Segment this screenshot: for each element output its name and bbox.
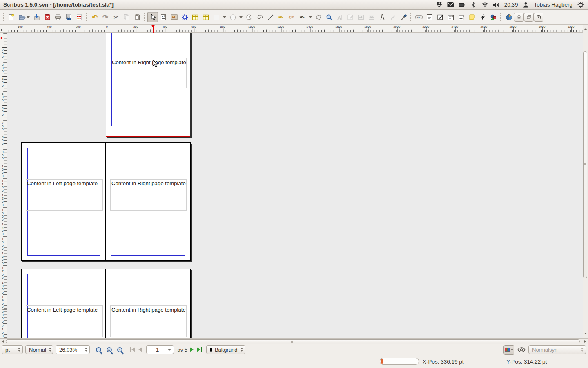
insert-table-button[interactable] <box>190 12 200 22</box>
insert-arc-button[interactable] <box>244 12 254 22</box>
next-page-button[interactable] <box>190 347 194 352</box>
pdf-push-button-tool[interactable]: ok <box>414 12 424 22</box>
text-frame[interactable]: Content in Right page template <box>110 305 187 337</box>
user-icon[interactable] <box>522 1 529 8</box>
scroll-up-button[interactable] <box>584 25 588 33</box>
window-restore-button[interactable] <box>524 13 534 22</box>
mail-icon[interactable] <box>447 1 454 8</box>
previous-page-button[interactable] <box>138 347 142 352</box>
clock[interactable]: 20.39 <box>504 2 518 8</box>
link-text-frames-button[interactable] <box>356 12 366 22</box>
toolbar-handle[interactable] <box>86 13 88 21</box>
page-1-active[interactable]: Content in Right page template <box>106 33 190 137</box>
preview-mode-eye-icon[interactable] <box>517 347 526 352</box>
page-5-right[interactable]: Content in Right page template <box>106 269 190 338</box>
spinner-arrows[interactable] <box>85 348 87 352</box>
cut-button[interactable]: ✂ <box>111 12 121 22</box>
zoom-level-spinbox[interactable]: 26,03% <box>56 345 90 354</box>
document-canvas[interactable]: Content in Right page template Content i… <box>7 33 583 338</box>
unlink-text-frames-button[interactable] <box>366 12 377 22</box>
insert-line-button[interactable] <box>265 12 276 22</box>
page-spread-2-3[interactable]: Content in Left page template Content in… <box>21 142 191 261</box>
insert-calligraphic-line-button[interactable]: ✒ <box>297 12 307 22</box>
insert-freehand-line-button[interactable]: ✏ <box>286 12 297 22</box>
copy-button[interactable] <box>121 12 132 22</box>
preflight-verifier-button[interactable] <box>63 12 74 22</box>
battery-icon[interactable] <box>459 1 466 8</box>
layer-select[interactable]: Bakgrund <box>206 345 245 354</box>
horizontal-ruler[interactable]: -600-400-2000200400600800100012001400160… <box>7 25 583 33</box>
session-gear-icon[interactable] <box>577 1 584 8</box>
horizontal-scroll-thumb[interactable] <box>6 339 580 343</box>
wifi-icon[interactable] <box>481 1 488 8</box>
zoom-out-button[interactable]: − <box>93 344 104 355</box>
select-item-button[interactable] <box>147 12 158 22</box>
toolbar-handle[interactable] <box>3 13 4 21</box>
dropbox-icon[interactable] <box>436 1 443 8</box>
text-frame[interactable]: Content in Left page template <box>26 179 103 211</box>
pdf-text-field-tool[interactable] <box>424 12 435 22</box>
insert-render-frame-button[interactable] <box>179 12 190 22</box>
page-3-right[interactable]: Content in Right page template <box>106 143 190 260</box>
print-document-button[interactable] <box>53 12 63 22</box>
insert-shape-dropdown[interactable] <box>222 12 227 22</box>
page-4-left[interactable]: Content in Left page template <box>22 269 106 338</box>
measurements-button[interactable] <box>377 12 388 22</box>
insert-table-alt-button[interactable] <box>200 12 211 22</box>
text-frame[interactable]: Content in Right page template <box>111 58 187 88</box>
vision-defect-select[interactable]: Normalsyn <box>528 345 586 354</box>
undo-button[interactable]: ↶ <box>89 12 100 22</box>
preview-quality-select[interactable]: Normal <box>25 345 53 354</box>
open-dropdown-arrow[interactable] <box>27 16 30 18</box>
bluetooth-icon[interactable] <box>470 1 477 8</box>
eye-dropper-button[interactable] <box>398 12 409 22</box>
first-page-button[interactable] <box>130 347 135 352</box>
insert-spiral-button[interactable] <box>254 12 265 22</box>
spinner-arrows[interactable] <box>49 348 51 352</box>
color-management-button[interactable] <box>503 345 514 355</box>
pdf-3d-annotation-tool[interactable] <box>488 12 499 22</box>
export-pdf-button[interactable]: PDF <box>74 12 85 22</box>
insert-polygon-dropdown[interactable] <box>238 12 244 22</box>
text-frame[interactable]: Content in Right page template <box>110 179 187 211</box>
toolbar-handle[interactable] <box>500 13 502 21</box>
scroll-right-button[interactable] <box>583 339 587 343</box>
scroll-down-button[interactable] <box>584 330 588 337</box>
redo-button[interactable]: ↷ <box>100 12 111 22</box>
vertical-ruler[interactable]: 2003004005006007008009001000110012001300… <box>0 33 7 338</box>
story-editor-button[interactable]: 123 <box>345 12 356 22</box>
insert-shape-button[interactable] <box>211 12 222 22</box>
toolbar-handle[interactable] <box>410 13 412 21</box>
unit-select[interactable]: pt <box>2 345 23 354</box>
text-annotation-tool[interactable] <box>467 12 477 22</box>
scroll-left-button[interactable] <box>1 339 5 343</box>
ruler-origin-box[interactable] <box>0 25 7 33</box>
new-document-button[interactable] <box>6 12 17 22</box>
close-document-button[interactable] <box>42 12 53 22</box>
visual-appearance-globe-button[interactable] <box>503 12 514 22</box>
volume-icon[interactable] <box>493 1 500 8</box>
pdf-list-box-tool[interactable] <box>456 12 467 22</box>
insert-text-frame-button[interactable]: A <box>158 12 169 22</box>
spinner-arrows[interactable] <box>18 348 20 352</box>
last-page-button[interactable] <box>197 347 202 352</box>
insert-polygon-button[interactable] <box>227 12 238 22</box>
toolbar-handle[interactable] <box>144 13 146 21</box>
zoom-100-button[interactable]: 1 <box>104 344 114 355</box>
horizontal-scrollbar[interactable] <box>0 338 588 344</box>
insert-calligraphic-dropdown[interactable] <box>307 12 313 22</box>
edit-contents-button[interactable]: A <box>334 12 345 22</box>
page-2-left[interactable]: Content in Left page template <box>22 143 106 260</box>
zoom-button[interactable] <box>324 12 334 22</box>
pdf-check-box-tool[interactable] <box>435 12 445 22</box>
insert-bezier-curve-button[interactable]: ✒ <box>276 12 286 22</box>
link-annotation-tool[interactable] <box>477 12 488 22</box>
zoom-in-button[interactable]: + <box>114 344 125 355</box>
open-document-button[interactable] <box>17 12 31 22</box>
page-number-combo[interactable]: 1 <box>146 345 174 354</box>
copy-item-properties-button[interactable] <box>388 12 398 22</box>
window-close-button[interactable] <box>534 13 543 22</box>
insert-image-frame-button[interactable] <box>169 12 179 22</box>
paste-button[interactable] <box>132 12 143 22</box>
window-minimize-button[interactable] <box>514 13 524 22</box>
